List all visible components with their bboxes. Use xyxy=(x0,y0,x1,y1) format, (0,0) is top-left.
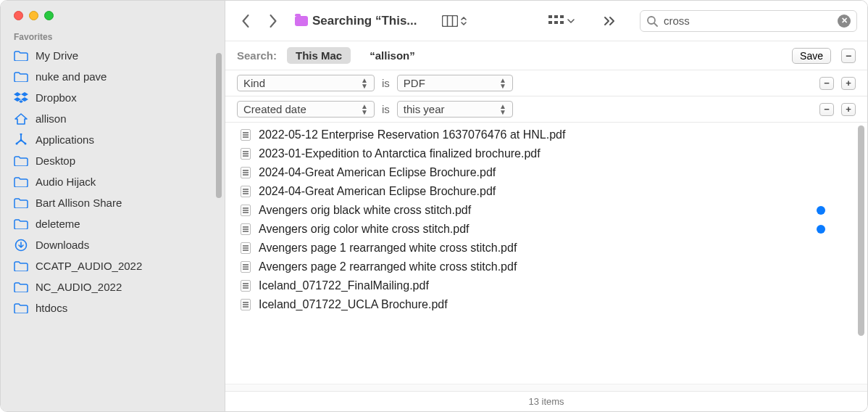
sidebar-item-label: CCATP_AUDIO_2022 xyxy=(36,260,142,272)
window-controls xyxy=(1,1,225,28)
sidebar-item-label: Desktop xyxy=(36,154,75,167)
criteria-list: Kind▲▼isPDF▲▼−+Created date▲▼isthis year… xyxy=(225,70,867,123)
sidebar-item-label: Audio Hijack xyxy=(36,176,96,188)
updown-caret-icon xyxy=(461,16,467,26)
file-name: 2023-01-Expedition to Antarctica finaliz… xyxy=(259,147,841,160)
folder-icon xyxy=(14,281,28,293)
file-row[interactable]: Avengers orig color white cross stitch.p… xyxy=(225,220,856,239)
sidebar-item[interactable]: Audio Hijack xyxy=(1,171,225,192)
tag-blue-icon xyxy=(817,206,825,215)
sidebar-list: My Drivenuke and paveDropboxallisonAppli… xyxy=(1,45,225,411)
sidebar-item-label: htdocs xyxy=(36,302,67,314)
sidebar-item[interactable]: CCATP_AUDIO_2022 xyxy=(1,255,225,276)
apps-icon xyxy=(14,134,28,146)
sidebar-item[interactable]: Applications xyxy=(1,129,225,150)
criteria-attribute-dropdown[interactable]: Created date▲▼ xyxy=(237,101,375,118)
minimize-button[interactable] xyxy=(29,11,38,20)
sidebar-item-label: Applications xyxy=(36,133,94,146)
clear-search-button[interactable]: ✕ xyxy=(838,15,851,28)
pdf-file-icon xyxy=(240,186,251,197)
file-row[interactable]: Avengers page 2 rearranged white cross s… xyxy=(225,258,856,276)
main-panel: Searching “This... ✕ Search: Th xyxy=(225,1,867,411)
smart-folder-icon xyxy=(295,16,308,26)
folder-icon xyxy=(14,260,28,272)
file-name: 2024-04-Great American Eclipse Brochure.… xyxy=(259,185,841,198)
maximize-button[interactable] xyxy=(44,11,54,20)
sidebar-item[interactable]: deleteme xyxy=(1,213,225,234)
criteria-operator: is xyxy=(382,77,390,89)
criteria-row: Created date▲▼isthis year▲▼−+ xyxy=(225,96,867,123)
file-name: Avengers page 1 rearranged white cross s… xyxy=(259,242,841,255)
scope-this-mac[interactable]: This Mac xyxy=(287,47,351,64)
search-input[interactable] xyxy=(664,15,832,27)
file-row[interactable]: Avengers orig black white cross stitch.p… xyxy=(225,201,856,220)
download-icon xyxy=(14,239,28,251)
sidebar-item-label: allison xyxy=(36,112,67,125)
file-name: 2022-05-12 Enterprise Reservation 163707… xyxy=(259,128,841,141)
file-row[interactable]: 2024-04-Great American Eclipse Brochure.… xyxy=(225,163,856,182)
chevron-down-icon xyxy=(567,18,575,24)
pdf-file-icon xyxy=(240,205,251,216)
criteria-value-dropdown[interactable]: PDF▲▼ xyxy=(397,75,513,91)
svg-line-15 xyxy=(654,23,657,26)
view-columns-button[interactable] xyxy=(438,12,471,30)
close-button[interactable] xyxy=(14,11,23,20)
title-area: Searching “This... xyxy=(295,14,417,28)
remove-criteria-button[interactable]: − xyxy=(819,77,834,90)
file-row[interactable]: 2024-04-Great American Eclipse Brochure.… xyxy=(225,182,856,201)
tag-blue-icon xyxy=(817,225,825,234)
sidebar-item[interactable]: htdocs xyxy=(1,297,225,318)
sidebar-item-label: Dropbox xyxy=(36,91,77,104)
sidebar-item[interactable]: Downloads xyxy=(1,234,225,255)
folder-icon xyxy=(14,218,28,230)
toolbar-overflow-button[interactable] xyxy=(599,13,619,29)
criteria-operator: is xyxy=(382,103,390,115)
sidebar-scrollbar[interactable] xyxy=(216,53,222,198)
finder-window: Favorites My Drivenuke and paveDropboxal… xyxy=(0,0,868,412)
scope-current-folder[interactable]: “allison” xyxy=(361,47,424,64)
pdf-file-icon xyxy=(240,223,251,235)
sidebar-item[interactable]: Dropbox xyxy=(1,87,225,108)
file-list[interactable]: 2022-05-12 Enterprise Reservation 163707… xyxy=(225,123,856,384)
sidebar-item[interactable]: allison xyxy=(1,108,225,129)
save-search-button[interactable]: Save xyxy=(792,48,831,64)
folder-icon xyxy=(14,50,28,62)
add-criteria-button[interactable]: + xyxy=(841,103,856,116)
remove-criteria-button[interactable]: − xyxy=(819,103,834,116)
criteria-attribute-dropdown[interactable]: Kind▲▼ xyxy=(237,75,375,91)
group-by-button[interactable] xyxy=(544,12,579,30)
search-field[interactable]: ✕ xyxy=(640,10,857,32)
criteria-value-dropdown[interactable]: this year▲▼ xyxy=(397,101,513,118)
criteria-row: Kind▲▼isPDF▲▼−+ xyxy=(225,70,867,96)
remove-search-button[interactable]: − xyxy=(841,49,856,63)
file-name: Avengers orig color white cross stitch.p… xyxy=(259,223,809,236)
sidebar-item-label: nuke and pave xyxy=(36,70,107,83)
file-row[interactable]: Avengers page 1 rearranged white cross s… xyxy=(225,239,856,258)
sidebar-item[interactable]: nuke and pave xyxy=(1,66,225,87)
file-area: 2022-05-12 Enterprise Reservation 163707… xyxy=(225,123,867,384)
file-name: Avengers orig black white cross stitch.p… xyxy=(259,204,809,217)
file-row[interactable]: Iceland_071722_FinalMailing.pdf xyxy=(225,276,856,295)
sidebar-item-label: Bart Allison Share xyxy=(36,197,122,209)
sidebar-item[interactable]: NC_AUDIO_2022 xyxy=(1,276,225,297)
file-row[interactable]: 2023-01-Expedition to Antarctica finaliz… xyxy=(225,144,856,163)
pdf-file-icon xyxy=(240,242,251,254)
sidebar-item[interactable]: My Drive xyxy=(1,45,225,66)
pdf-file-icon xyxy=(240,280,251,292)
sidebar-item-label: deleteme xyxy=(36,218,80,230)
add-criteria-button[interactable]: + xyxy=(841,77,856,90)
dropbox-icon xyxy=(14,92,28,104)
forward-button[interactable] xyxy=(263,11,283,31)
file-row[interactable]: 2022-05-12 Enterprise Reservation 163707… xyxy=(225,125,856,144)
file-row[interactable]: Iceland_071722_UCLA Brochure.pdf xyxy=(225,295,856,314)
svg-rect-11 xyxy=(548,21,552,24)
folder-icon xyxy=(14,197,28,209)
back-button[interactable] xyxy=(235,11,256,31)
toolbar: Searching “This... ✕ xyxy=(225,1,867,41)
list-scrollbar[interactable] xyxy=(856,123,867,384)
svg-point-3 xyxy=(20,139,22,141)
sidebar: Favorites My Drivenuke and paveDropboxal… xyxy=(1,1,225,411)
sidebar-item[interactable]: Desktop xyxy=(1,150,225,171)
sidebar-item[interactable]: Bart Allison Share xyxy=(1,192,225,213)
sidebar-item-label: My Drive xyxy=(36,49,78,62)
